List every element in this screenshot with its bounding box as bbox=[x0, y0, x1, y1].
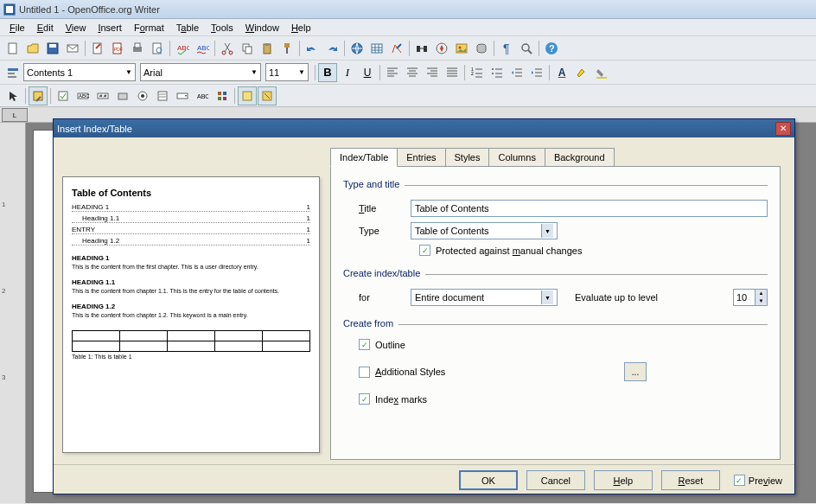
form-button-b[interactable] bbox=[258, 86, 277, 105]
combobox-button[interactable] bbox=[173, 86, 192, 105]
ok-button[interactable]: OK bbox=[459, 470, 518, 490]
help-button[interactable]: ? bbox=[542, 39, 561, 58]
hyperlink-button[interactable] bbox=[347, 39, 367, 58]
font-name-combo[interactable]: Arial▼ bbox=[140, 63, 261, 81]
preview-button[interactable] bbox=[148, 39, 167, 58]
title-input[interactable] bbox=[411, 200, 768, 217]
selection-arrow-button[interactable] bbox=[3, 86, 22, 105]
vertical-ruler: 1 2 3 bbox=[0, 123, 26, 503]
tab-columns[interactable]: Columns bbox=[488, 148, 545, 167]
edit-doc-button[interactable] bbox=[88, 39, 107, 58]
spellcheck-button[interactable]: ABC bbox=[173, 39, 192, 58]
radio-button[interactable] bbox=[133, 86, 152, 105]
copy-button[interactable] bbox=[238, 39, 257, 58]
email-button[interactable] bbox=[63, 39, 82, 58]
formatted-field-button[interactable]: #.# bbox=[93, 86, 112, 105]
align-center-button[interactable] bbox=[403, 63, 422, 82]
italic-button[interactable]: I bbox=[338, 63, 357, 82]
paragraph-style-combo[interactable]: Contents 1▼ bbox=[23, 63, 136, 81]
tab-background[interactable]: Background bbox=[545, 148, 615, 167]
bullet-list-button[interactable] bbox=[488, 63, 507, 82]
preview-checkbox-label: Preview bbox=[749, 475, 782, 486]
pdf-button[interactable]: PDF bbox=[108, 39, 127, 58]
menu-tools[interactable]: Tools bbox=[205, 21, 239, 35]
underline-button[interactable]: U bbox=[358, 63, 377, 82]
font-size-combo[interactable]: 11▼ bbox=[265, 63, 309, 81]
svg-point-39 bbox=[492, 68, 494, 70]
form-design-button[interactable] bbox=[29, 86, 48, 105]
type-select[interactable]: Table of Contents▼ bbox=[411, 222, 558, 239]
menu-format[interactable]: Format bbox=[128, 21, 170, 35]
preview-table bbox=[72, 330, 310, 352]
find-button[interactable] bbox=[412, 39, 431, 58]
datasources-button[interactable] bbox=[472, 39, 491, 58]
menu-table[interactable]: Table bbox=[170, 21, 205, 35]
gallery-button[interactable] bbox=[452, 39, 471, 58]
menu-window[interactable]: Window bbox=[239, 21, 285, 35]
menu-edit[interactable]: Edit bbox=[31, 21, 60, 35]
new-doc-button[interactable] bbox=[3, 39, 22, 58]
zoom-button[interactable] bbox=[517, 39, 536, 58]
svg-text:?: ? bbox=[549, 43, 555, 54]
svg-rect-34 bbox=[8, 68, 18, 71]
svg-rect-23 bbox=[372, 44, 382, 53]
save-button[interactable] bbox=[43, 39, 62, 58]
highlight-button[interactable] bbox=[572, 63, 591, 82]
textbox-button[interactable]: ABC bbox=[73, 86, 92, 105]
bg-color-button[interactable] bbox=[592, 63, 611, 82]
menu-insert[interactable]: Insert bbox=[92, 21, 128, 35]
addl-styles-button[interactable]: ... bbox=[624, 362, 647, 381]
numbered-list-button[interactable]: 12 bbox=[468, 63, 487, 82]
align-justify-button[interactable] bbox=[443, 63, 462, 82]
more-controls-button[interactable] bbox=[213, 86, 232, 105]
increase-indent-button[interactable] bbox=[527, 63, 546, 82]
svg-rect-2 bbox=[9, 43, 16, 54]
redo-button[interactable] bbox=[322, 39, 341, 58]
tab-entries[interactable]: Entries bbox=[397, 148, 445, 167]
menu-help[interactable]: Help bbox=[285, 21, 317, 35]
align-right-button[interactable] bbox=[423, 63, 442, 82]
index-marks-checkbox[interactable]: ✓ bbox=[359, 393, 370, 405]
decrease-indent-button[interactable] bbox=[507, 63, 526, 82]
for-select[interactable]: Entire document▼ bbox=[411, 289, 558, 306]
evaluate-level-spinner[interactable]: 10▲▼ bbox=[733, 289, 768, 306]
svg-rect-51 bbox=[158, 92, 167, 100]
window-title: Untitled 1 - OpenOffice.org Writer bbox=[19, 4, 160, 15]
menu-file[interactable]: File bbox=[3, 21, 31, 35]
help-button[interactable]: Help bbox=[594, 470, 653, 490]
outline-checkbox[interactable]: ✓ bbox=[359, 339, 370, 350]
tab-index-table[interactable]: Index/Table bbox=[330, 148, 398, 167]
addl-styles-checkbox[interactable] bbox=[359, 367, 370, 378]
open-button[interactable] bbox=[23, 39, 42, 58]
checkbox-button[interactable] bbox=[54, 86, 73, 105]
svg-point-40 bbox=[492, 73, 494, 74]
font-name-value: Arial bbox=[143, 67, 163, 78]
auto-spellcheck-button[interactable]: ABC bbox=[193, 39, 212, 58]
font-color-button[interactable]: A bbox=[552, 63, 571, 82]
menu-view[interactable]: View bbox=[60, 21, 92, 35]
reset-button[interactable]: Reset bbox=[661, 470, 720, 490]
protected-checkbox[interactable]: ✓ bbox=[419, 245, 430, 256]
paste-button[interactable] bbox=[258, 39, 277, 58]
cut-button[interactable] bbox=[218, 39, 237, 58]
align-left-button[interactable] bbox=[383, 63, 402, 82]
bold-button[interactable]: B bbox=[318, 63, 337, 82]
listbox-button[interactable] bbox=[153, 86, 172, 105]
navigator-button[interactable] bbox=[432, 39, 451, 58]
undo-button[interactable] bbox=[303, 39, 322, 58]
format-paintbrush-button[interactable] bbox=[277, 39, 296, 58]
label-button[interactable]: ABC bbox=[193, 86, 212, 105]
form-button-a[interactable] bbox=[238, 86, 257, 105]
cancel-button[interactable]: Cancel bbox=[526, 470, 585, 490]
print-button[interactable] bbox=[128, 39, 147, 58]
table-button[interactable] bbox=[367, 39, 386, 58]
draw-button[interactable] bbox=[387, 39, 406, 58]
pushbutton-button[interactable] bbox=[113, 86, 132, 105]
tab-styles[interactable]: Styles bbox=[445, 148, 490, 167]
svg-text:¶: ¶ bbox=[503, 41, 510, 55]
nonprinting-button[interactable]: ¶ bbox=[497, 39, 516, 58]
close-button[interactable]: ✕ bbox=[775, 122, 791, 136]
styles-button[interactable] bbox=[3, 63, 22, 82]
preview-checkbox[interactable]: ✓ bbox=[734, 475, 745, 486]
preview-document: Table of Contents HEADING 11 Heading 1.1… bbox=[62, 176, 320, 453]
